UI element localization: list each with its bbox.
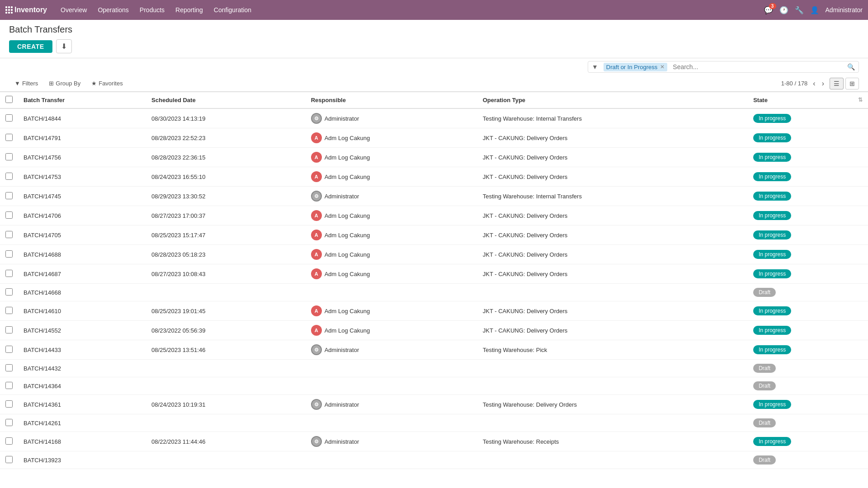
state-cell: In progress (748, 148, 868, 167)
row-checkbox[interactable] (5, 364, 13, 371)
scheduled-date: 08/25/2023 13:51:46 (146, 340, 306, 360)
state-badge: In progress (753, 269, 791, 278)
table-row[interactable]: BATCH/14168 08/22/2023 11:44:46 ⚙ Admini… (0, 432, 868, 451)
table-row[interactable]: BATCH/14668 Draft (0, 284, 868, 301)
app-brand[interactable]: Inventory (14, 6, 47, 14)
topnav-right: 💬 3 🕐 🔧 👤 Administrator (764, 6, 863, 14)
row-checkbox[interactable] (5, 153, 13, 160)
prev-page-button[interactable]: ‹ (811, 79, 817, 89)
table-row[interactable]: BATCH/14552 08/23/2022 05:56:39 A Adm Lo… (0, 321, 868, 340)
favorites-button[interactable]: ★ Favorites (86, 77, 128, 89)
row-checkbox[interactable] (5, 231, 13, 238)
avatar: A (311, 171, 322, 182)
table-row[interactable]: BATCH/14261 Draft (0, 414, 868, 432)
responsible-cell: ⚙ Administrator (311, 113, 472, 124)
table-row[interactable]: BATCH/14756 08/28/2023 22:36:15 A Adm Lo… (0, 148, 868, 167)
next-page-button[interactable]: › (820, 79, 826, 89)
table-row[interactable]: BATCH/14433 08/25/2023 13:51:46 ⚙ Admini… (0, 340, 868, 360)
sort-icon[interactable]: ⇅ (858, 97, 863, 103)
row-checkbox[interactable] (5, 270, 13, 277)
clock-icon[interactable]: 🕐 (779, 6, 788, 14)
avatar: ⚙ (311, 113, 322, 124)
tools-icon[interactable]: 🔧 (795, 6, 804, 14)
row-checkbox[interactable] (5, 134, 13, 141)
row-checkbox[interactable] (5, 437, 13, 445)
row-checkbox[interactable] (5, 288, 13, 296)
col-scheduled-date[interactable]: Scheduled Date (146, 92, 306, 108)
responsible: A Adm Log Cakung (306, 264, 477, 284)
user-icon[interactable]: 👤 (810, 6, 819, 14)
row-checkbox[interactable] (5, 250, 13, 258)
row-checkbox[interactable] (5, 382, 13, 389)
filter-tag-close[interactable]: ✕ (660, 64, 665, 70)
create-button[interactable]: CREATE (9, 40, 52, 53)
state-badge: In progress (753, 306, 791, 315)
responsible-name: Adm Log Cakung (325, 174, 370, 180)
state-badge: In progress (753, 192, 791, 201)
batch-id: BATCH/14706 (18, 206, 146, 225)
row-checkbox[interactable] (5, 419, 13, 426)
search-input[interactable] (669, 61, 844, 72)
table-row[interactable]: BATCH/14687 08/27/2023 10:08:43 A Adm Lo… (0, 264, 868, 284)
batch-id: BATCH/14844 (18, 108, 146, 128)
table-row[interactable]: BATCH/14705 08/25/2023 15:17:47 A Adm Lo… (0, 225, 868, 245)
col-operation-type[interactable]: Operation Type (477, 92, 748, 108)
toolbar: CREATE ⬇ (9, 39, 859, 58)
nav-reporting[interactable]: Reporting (171, 5, 208, 15)
nav-overview[interactable]: Overview (56, 5, 91, 15)
table-row[interactable]: BATCH/13923 Draft (0, 451, 868, 469)
row-checkbox[interactable] (5, 307, 13, 314)
group-by-button[interactable]: ⊞ Group By (43, 77, 86, 89)
row-checkbox[interactable] (5, 114, 13, 122)
list-view-button[interactable]: ☰ (830, 78, 844, 89)
operation-type: Testing Warehouse: Pick (477, 340, 748, 360)
row-checkbox[interactable] (5, 211, 13, 219)
table-row[interactable]: BATCH/14745 08/29/2023 13:30:52 ⚙ Admini… (0, 187, 868, 206)
scheduled-date (146, 377, 306, 395)
nav-products[interactable]: Products (135, 5, 169, 15)
apps-menu-button[interactable] (5, 6, 13, 14)
responsible: A Adm Log Cakung (306, 225, 477, 245)
state-cell: In progress (748, 432, 868, 451)
operation-type: JKT - CAKUNG: Delivery Orders (477, 148, 748, 167)
responsible (306, 414, 477, 432)
col-batch-transfer[interactable]: Batch Transfer (18, 92, 146, 108)
row-checkbox[interactable] (5, 456, 13, 463)
table-row[interactable]: BATCH/14688 08/28/2023 05:18:23 A Adm Lo… (0, 245, 868, 264)
kanban-view-button[interactable]: ⊞ (845, 78, 859, 89)
select-all-checkbox[interactable] (5, 96, 13, 103)
table-row[interactable]: BATCH/14364 Draft (0, 377, 868, 395)
filter-tag-label: Draft or In Progress (606, 64, 657, 70)
row-checkbox[interactable] (5, 400, 13, 408)
table-row[interactable]: BATCH/14753 08/24/2023 16:55:10 A Adm Lo… (0, 167, 868, 187)
scheduled-date: 08/24/2023 10:19:31 (146, 395, 306, 414)
row-checkbox[interactable] (5, 326, 13, 333)
avatar: ⚙ (311, 399, 322, 410)
row-checkbox[interactable] (5, 346, 13, 353)
scheduled-date (146, 284, 306, 301)
username[interactable]: Administrator (826, 6, 863, 14)
batch-transfers-table: Batch Transfer Scheduled Date Responsibl… (0, 92, 868, 469)
state-cell: Draft (748, 360, 868, 377)
nav-configuration[interactable]: Configuration (209, 5, 256, 15)
table-row[interactable]: BATCH/14610 08/25/2023 19:01:45 A Adm Lo… (0, 301, 868, 321)
table-row[interactable]: BATCH/14844 08/30/2023 14:13:19 ⚙ Admini… (0, 108, 868, 128)
table-row[interactable]: BATCH/14791 08/28/2023 22:52:23 A Adm Lo… (0, 128, 868, 148)
row-checkbox[interactable] (5, 192, 13, 199)
col-state[interactable]: State ⇅ (748, 92, 868, 108)
responsible-name: Adm Log Cakung (325, 327, 370, 334)
table-row[interactable]: BATCH/14432 Draft (0, 360, 868, 377)
avatar: ⚙ (311, 191, 322, 202)
row-checkbox[interactable] (5, 173, 13, 180)
responsible-name: Adm Log Cakung (325, 135, 370, 141)
search-icon[interactable]: 🔍 (844, 61, 859, 72)
download-button[interactable]: ⬇ (56, 39, 72, 53)
col-responsible[interactable]: Responsible (306, 92, 477, 108)
nav-operations[interactable]: Operations (93, 5, 133, 15)
table-row[interactable]: BATCH/14361 08/24/2023 10:19:31 ⚙ Admini… (0, 395, 868, 414)
table-row[interactable]: BATCH/14706 08/27/2023 17:00:37 A Adm Lo… (0, 206, 868, 225)
messages-icon[interactable]: 💬 3 (764, 6, 773, 14)
state-cell: In progress (748, 167, 868, 187)
operation-type (477, 360, 748, 377)
filters-button[interactable]: ▼ Filters (9, 77, 43, 89)
